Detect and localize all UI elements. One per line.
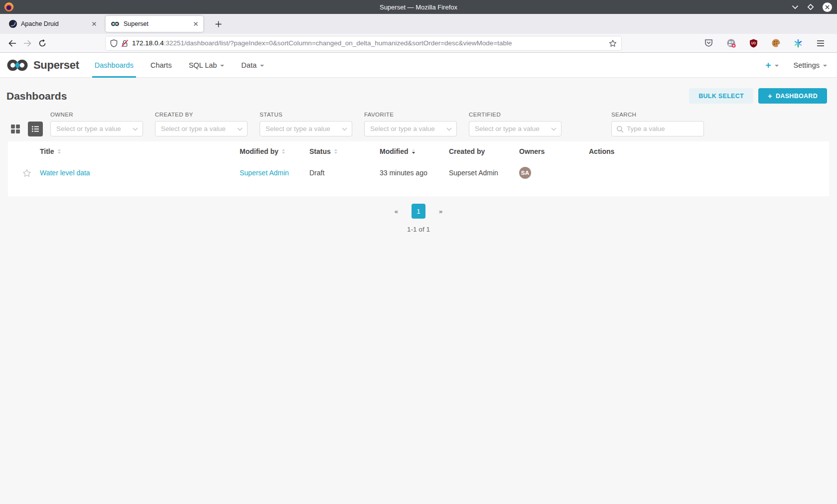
bulk-select-label: BULK SELECT <box>698 93 744 100</box>
sort-desc-icon <box>412 149 415 154</box>
menu-hamburger-icon[interactable] <box>813 36 828 51</box>
svg-text:UO: UO <box>751 41 756 45</box>
search-field[interactable] <box>611 121 704 136</box>
url-host: 172.18.0.4 <box>132 39 164 47</box>
search-icon <box>616 126 624 133</box>
tab-label: Superset <box>124 20 148 27</box>
modified-value: 33 minutes ago <box>380 169 449 177</box>
filter-search: SEARCH <box>611 112 704 136</box>
url-path: :32251/dashboard/list/?pageIndex=0&sortC… <box>164 39 512 47</box>
dashboard-title-link[interactable]: Water level data <box>40 169 90 177</box>
window-title: Superset — Mozilla Firefox <box>0 3 837 11</box>
chevron-down-icon <box>823 65 827 67</box>
modified-by-link[interactable]: Superset Admin <box>240 169 289 177</box>
pocket-icon[interactable] <box>701 36 716 51</box>
certified-select-input[interactable] <box>469 122 561 136</box>
column-label: Title <box>40 147 54 155</box>
search-input[interactable] <box>612 122 703 136</box>
column-header-owners: Owners <box>519 147 589 155</box>
created-by-value: Superset Admin <box>449 169 519 177</box>
nav-item-dashboards[interactable]: Dashboards <box>86 53 142 77</box>
column-label: Modified by <box>240 147 279 155</box>
page-title: Dashboards <box>6 90 67 102</box>
column-label: Modified <box>380 147 409 155</box>
sort-icon <box>282 149 285 154</box>
chevron-down-icon <box>342 127 347 131</box>
filter-label: CERTIFIED <box>469 112 561 118</box>
owner-select-input[interactable] <box>51 122 142 136</box>
favorite-star-icon[interactable] <box>22 169 31 177</box>
insecure-lock-icon[interactable] <box>121 39 129 47</box>
created-by-select-input[interactable] <box>155 122 247 136</box>
filter-owner: OWNER <box>50 112 143 136</box>
superset-logo[interactable]: Superset <box>6 53 79 77</box>
pagination-prev[interactable]: « <box>395 208 398 215</box>
chevron-down-icon <box>775 65 779 67</box>
tracking-shield-icon[interactable] <box>110 39 118 47</box>
list-view-icon[interactable] <box>28 122 43 136</box>
colorful-asterisk-extension-icon[interactable] <box>791 36 806 51</box>
cookie-extension-icon[interactable] <box>768 36 783 51</box>
owner-select[interactable] <box>50 121 143 136</box>
nav-item-data[interactable]: Data <box>233 53 273 77</box>
ublock-origin-icon[interactable]: UO <box>746 36 761 51</box>
browser-tab-superset[interactable]: Superset <box>106 16 203 32</box>
superset-navbar: Superset Dashboards Charts SQL Lab Data … <box>0 53 837 78</box>
reload-icon[interactable] <box>35 36 50 51</box>
filter-status: STATUS <box>260 112 352 136</box>
url-bar[interactable]: 172.18.0.4:32251/dashboard/list/?pageInd… <box>106 36 621 50</box>
status-value: Draft <box>309 169 380 177</box>
nav-item-charts[interactable]: Charts <box>142 53 180 77</box>
filter-created-by: CREATED BY <box>155 112 248 136</box>
new-dashboard-label: DASHBOARD <box>776 93 818 100</box>
chevron-down-icon <box>237 127 243 131</box>
tab-close-icon[interactable] <box>193 21 198 26</box>
favorite-select-input[interactable] <box>365 122 456 136</box>
certified-select[interactable] <box>469 121 561 136</box>
pagination-next[interactable]: » <box>439 208 442 215</box>
filter-favorite: FAVORITE <box>364 112 457 136</box>
nav-item-label: SQL Lab <box>189 61 217 69</box>
plus-icon: + <box>768 92 772 100</box>
nav-item-label: Data <box>241 61 257 69</box>
status-select[interactable] <box>260 121 352 136</box>
favorite-select[interactable] <box>364 121 457 136</box>
forward-icon[interactable] <box>20 36 35 51</box>
chevron-down-icon <box>446 127 452 131</box>
nav-item-sql-lab[interactable]: SQL Lab <box>180 53 233 77</box>
owner-avatar: SA <box>519 167 531 179</box>
new-dashboard-button[interactable]: + DASHBOARD <box>758 88 827 104</box>
dashboard-list-card: Title Modified by Status Modified Create… <box>8 141 829 196</box>
pagination-page-1[interactable]: 1 <box>412 204 425 219</box>
window-close-icon[interactable] <box>823 2 832 12</box>
table-row: Water level data Superset Admin Draft 33… <box>8 161 829 184</box>
column-header-modified-by[interactable]: Modified by <box>240 147 309 155</box>
back-icon[interactable] <box>5 36 20 51</box>
bulk-select-button[interactable]: BULK SELECT <box>689 88 753 104</box>
pagination: « 1 » <box>0 204 837 219</box>
window-maximize-icon[interactable] <box>807 3 815 11</box>
column-header-title[interactable]: Title <box>40 147 240 155</box>
chevron-down-icon <box>551 127 557 131</box>
sort-icon <box>58 149 61 154</box>
status-select-input[interactable] <box>260 122 352 136</box>
chevron-down-icon <box>133 127 138 131</box>
tab-close-icon[interactable] <box>92 21 97 26</box>
column-label: Status <box>309 147 331 155</box>
superset-favicon <box>111 21 120 26</box>
bookmark-star-icon[interactable] <box>609 39 617 47</box>
filter-label: STATUS <box>260 112 352 118</box>
new-tab-icon[interactable] <box>211 17 225 31</box>
column-header-status[interactable]: Status <box>309 147 380 155</box>
column-header-modified[interactable]: Modified <box>380 147 449 155</box>
filter-label: FAVORITE <box>364 112 457 118</box>
sort-icon <box>334 149 337 154</box>
browser-tab-apache-druid[interactable]: Apache Druid <box>4 16 102 32</box>
card-view-icon[interactable] <box>8 122 23 136</box>
created-by-select[interactable] <box>155 121 248 136</box>
new-item-menu[interactable]: + <box>765 60 778 70</box>
window-minimize-icon[interactable] <box>792 5 799 9</box>
settings-menu[interactable]: Settings <box>794 61 827 69</box>
filter-label: OWNER <box>50 112 143 118</box>
containers-extension-icon[interactable] <box>723 36 738 51</box>
